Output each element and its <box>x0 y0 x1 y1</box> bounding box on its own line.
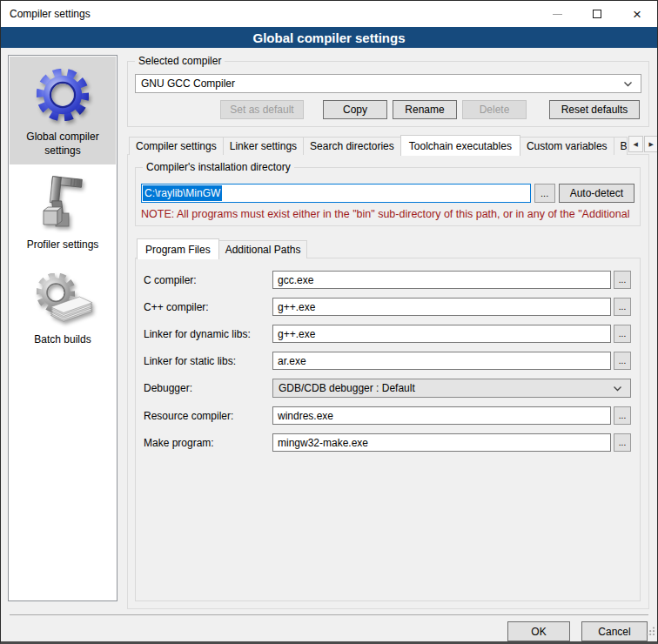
auto-detect-button[interactable]: Auto-detect <box>559 184 634 203</box>
resource-compiler-label: Resource compiler: <box>144 410 272 422</box>
rename-button[interactable]: Rename <box>393 100 457 119</box>
tab-build-options[interactable]: Build options <box>614 137 628 155</box>
tab-scroll-buttons: ◀ ▶ <box>628 136 658 152</box>
settings-tabstrip: Compiler settings Linker settings Search… <box>127 135 649 155</box>
chevron-down-icon <box>613 386 622 392</box>
debugger-select[interactable]: GDB/CDB debugger : Default <box>272 379 631 398</box>
make-program-label: Make program: <box>144 437 272 449</box>
toolchain-executables-panel: Compiler's installation directory C:\ray… <box>127 154 649 609</box>
reset-defaults-button[interactable]: Reset defaults <box>549 100 640 119</box>
settings-category-list: Global compiler settings <box>8 55 118 601</box>
sidebar-item-global-compiler-settings[interactable]: Global compiler settings <box>10 57 116 164</box>
field-row-cpp-compiler: C++ compiler: ... <box>144 298 631 316</box>
gear-blue-icon <box>34 64 91 126</box>
static-linker-browse-button[interactable]: ... <box>614 352 631 370</box>
tab-additional-paths[interactable]: Additional Paths <box>218 240 308 258</box>
tab-linker-settings[interactable]: Linker settings <box>223 137 304 155</box>
c-compiler-input[interactable] <box>272 271 611 289</box>
dynamic-linker-input[interactable] <box>272 325 611 343</box>
selected-compiler-group: Selected compiler GNU GCC Compiler Set a… <box>127 61 649 127</box>
debugger-label: Debugger: <box>144 382 272 394</box>
field-row-debugger: Debugger: GDB/CDB debugger : Default <box>144 379 631 398</box>
tab-toolchain-executables[interactable]: Toolchain executables <box>400 135 520 156</box>
installation-directory-browse-button[interactable]: ... <box>534 184 555 203</box>
tab-program-files[interactable]: Program Files <box>137 238 219 259</box>
static-linker-label: Linker for static libs: <box>144 355 272 367</box>
tab-search-directories[interactable]: Search directories <box>303 137 401 155</box>
resource-compiler-browse-button[interactable]: ... <box>614 406 631 425</box>
close-button[interactable]: × <box>617 1 657 27</box>
sidebar-item-profiler-settings[interactable]: Profiler settings <box>10 164 116 259</box>
compiler-select[interactable]: GNU GCC Compiler <box>135 74 641 93</box>
field-row-make-program: Make program: ... <box>144 433 631 452</box>
sidebar-item-label: Batch builds <box>34 333 91 347</box>
ok-button[interactable]: OK <box>507 621 570 641</box>
selected-compiler-legend: Selected compiler <box>135 55 225 67</box>
cancel-button[interactable]: Cancel <box>581 621 648 641</box>
maximize-button[interactable] <box>577 1 617 27</box>
sidebar-item-label: Profiler settings <box>27 238 99 252</box>
compiler-settings-dialog: Compiler settings × Global compiler sett… <box>0 0 658 644</box>
compiler-buttons-row: Set as default Copy Rename Delete Reset … <box>135 100 641 119</box>
make-program-browse-button[interactable]: ... <box>614 433 631 452</box>
field-row-static-linker: Linker for static libs: ... <box>144 352 631 370</box>
chevron-right-icon: ▶ <box>648 141 653 148</box>
footer-buttons: OK Cancel <box>1 615 657 641</box>
sidebar-item-label: Global compiler settings <box>12 131 113 158</box>
installation-directory-value: C:\raylib\MinGW <box>143 185 222 201</box>
main-panel: Selected compiler GNU GCC Compiler Set a… <box>127 55 649 614</box>
cpp-compiler-input[interactable] <box>272 298 611 316</box>
close-icon: × <box>633 7 641 22</box>
programs-tabstrip: Program Files Additional Paths <box>135 238 641 258</box>
field-row-c-compiler: C compiler: ... <box>144 271 631 289</box>
page-title-banner: Global compiler settings <box>1 27 657 48</box>
cpp-compiler-browse-button[interactable]: ... <box>614 298 631 316</box>
field-row-dynamic-linker: Linker for dynamic libs: ... <box>144 325 631 343</box>
sidebar-item-batch-builds[interactable]: Batch builds <box>10 259 116 354</box>
installation-directory-row: C:\raylib\MinGW ... Auto-detect <box>141 184 634 203</box>
dialog-body: Global compiler settings <box>1 48 657 614</box>
installation-directory-input[interactable]: C:\raylib\MinGW <box>141 184 531 203</box>
dialog-footer: OK Cancel <box>1 614 657 641</box>
chevron-down-icon <box>623 81 633 87</box>
minimize-icon <box>553 14 562 15</box>
minimize-button[interactable] <box>537 1 577 27</box>
tab-scroll-right-button[interactable]: ▶ <box>644 136 658 152</box>
compiler-select-value: GNU GCC Compiler <box>141 77 235 90</box>
program-files-panel: C compiler: ... C++ compiler: ... Linker… <box>135 258 641 601</box>
bin-subdirectory-note: NOTE: All programs must exist either in … <box>141 208 634 220</box>
tab-scroll-left-button[interactable]: ◀ <box>628 136 643 152</box>
tab-custom-variables[interactable]: Custom variables <box>520 137 614 155</box>
field-row-resource-compiler: Resource compiler: ... <box>144 406 631 425</box>
chevron-left-icon: ◀ <box>633 141 637 148</box>
set-as-default-button[interactable]: Set as default <box>220 100 304 119</box>
copy-button[interactable]: Copy <box>323 100 387 119</box>
c-compiler-browse-button[interactable]: ... <box>614 271 631 289</box>
delete-button[interactable]: Delete <box>462 100 527 119</box>
debugger-select-value: GDB/CDB debugger : Default <box>279 382 415 394</box>
maximize-icon <box>593 10 601 18</box>
installation-directory-legend: Compiler's installation directory <box>143 161 294 173</box>
window-controls: × <box>537 1 657 27</box>
page-title: Global compiler settings <box>252 30 405 45</box>
cpp-compiler-label: C++ compiler: <box>144 301 272 313</box>
resource-compiler-input[interactable] <box>272 406 611 425</box>
resize-grip[interactable] <box>645 624 655 640</box>
static-linker-input[interactable] <box>272 352 611 370</box>
tab-compiler-settings[interactable]: Compiler settings <box>129 137 224 155</box>
dynamic-linker-label: Linker for dynamic libs: <box>144 328 272 340</box>
make-program-input[interactable] <box>272 433 611 452</box>
window-title: Compiler settings <box>1 8 91 20</box>
caliper-icon <box>32 171 93 234</box>
installation-directory-group: Compiler's installation directory C:\ray… <box>135 167 641 226</box>
c-compiler-label: C compiler: <box>144 274 272 286</box>
titlebar[interactable]: Compiler settings × <box>1 1 657 27</box>
dynamic-linker-browse-button[interactable]: ... <box>614 325 631 343</box>
gear-stack-icon <box>30 266 95 329</box>
